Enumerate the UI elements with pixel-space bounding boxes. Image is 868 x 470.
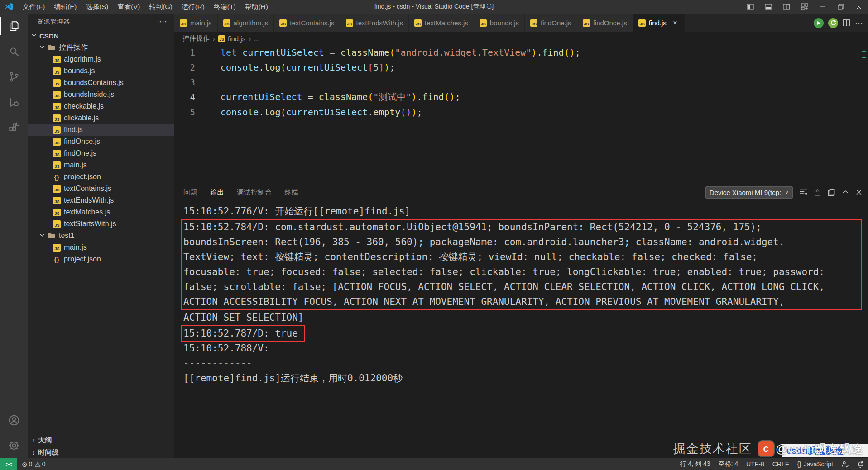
menu-文件[interactable]: 文件(F) [18,0,49,14]
device-selector-dropdown[interactable]: Device Xiaomi MI 9(tcp:∨ [705,186,793,199]
breadcrumb-folder[interactable]: 控件操作 [182,34,210,43]
tree-item-project.json[interactable]: {}project.json [28,171,174,183]
status-encoding[interactable]: UTF-8 [742,458,768,470]
menu-运行[interactable]: 运行(R) [177,0,209,14]
editor-tab-main.js[interactable]: JSmain.js [174,14,218,32]
source-control-icon[interactable] [0,64,28,90]
toggle-panel-icon[interactable] [759,0,777,14]
menu-帮助[interactable]: 帮助(H) [240,0,273,14]
explorer-icon[interactable] [0,14,28,39]
tree-item-label: bounds.js [64,67,95,75]
folder-icon [48,43,56,52]
indent-guide [48,183,48,195]
tree-item-project.json[interactable]: {}project.json [28,253,174,265]
settings-gear-icon[interactable] [0,433,28,458]
editor-tab-find.js[interactable]: JSfind.js× [633,14,685,32]
tree-item-控件操作[interactable]: 控件操作 [28,42,174,53]
editor-tab-textMatches.js[interactable]: JStextMatches.js [409,14,474,32]
tree-item-find.js[interactable]: JSfind.js [28,124,174,136]
close-window-button[interactable] [850,0,868,14]
panel-tab-调试控制台[interactable]: 调试控制台 [237,185,272,199]
close-tab-icon[interactable]: × [671,19,679,27]
clear-output-icon[interactable] [799,188,807,196]
editor-tab-textContains.js[interactable]: JStextContains.js [274,14,340,32]
restore-button[interactable] [832,0,850,14]
remote-indicator[interactable]: >< [0,458,17,470]
editor-tab-textEndsWith.js[interactable]: JStextEndsWith.js [340,14,409,32]
split-editor-icon[interactable] [843,19,850,27]
tree-item-label: test1 [59,232,75,240]
problems-status[interactable]: ⊗0 ⚠0 [17,458,50,470]
editor-tab-findOnce.js[interactable]: JSfindOnce.js [577,14,633,32]
indent-guide [48,218,48,230]
panel-tab-问题[interactable]: 问题 [183,185,197,199]
menu-编辑[interactable]: 编辑(E) [49,0,81,14]
close-panel-icon[interactable] [855,189,863,196]
editor-tab-findOne.js[interactable]: JSfindOne.js [525,14,577,32]
section-时间线[interactable]: ›时间线 [28,446,174,458]
code-editor[interactable]: 1let currentUiSelect = className("androi… [174,45,868,183]
status-eol[interactable]: CRLF [768,458,793,470]
minimize-button[interactable] [814,0,832,14]
toggle-sidebar-icon[interactable] [741,0,759,14]
title-bar: 文件(F)编辑(E)选择(S)查看(V)转到(G)运行(R)终端(T)帮助(H)… [0,0,868,14]
tree-item-main.js[interactable]: JSmain.js [28,242,174,253]
tree-item-textContains.js[interactable]: JStextContains.js [28,183,174,195]
breadcrumb: 控件操作 › JSfind.js › ... [174,32,868,45]
output-line: 15:10:52.787/D: true [183,326,298,341]
unlock-icon[interactable] [814,189,821,196]
tree-item-textStartsWith.js[interactable]: JStextStartsWith.js [28,218,174,230]
panel-tab-终端[interactable]: 终端 [285,185,299,199]
tree-item-main.js[interactable]: JSmain.js [28,159,174,171]
tree-item-algorithm.js[interactable]: JSalgorithm.js [28,53,174,65]
braces-icon: {} [797,461,801,468]
run-script-icon[interactable] [814,18,824,28]
status-label: 空格: 4 [718,460,738,468]
output-console[interactable]: 15:10:52.776/V: 开始运行[[remote]find.js]15:… [174,201,868,458]
tree-item-boundsContains.js[interactable]: JSboundsContains.js [28,77,174,89]
js-file-icon: JS [53,138,61,146]
tree-item-boundsInside.js[interactable]: JSboundsInside.js [28,89,174,100]
rerun-script-icon[interactable] [828,18,838,28]
tree-item-CSDN[interactable]: CSDN [28,30,174,42]
editor-tab-bounds.js[interactable]: JSbounds.js [474,14,525,32]
status-cursor-position[interactable]: 行 4, 列 43 [676,458,715,470]
tree-item-test1[interactable]: test1 [28,230,174,242]
status-indentation[interactable]: 空格: 4 [714,458,742,470]
sidebar-sections: ›大纲›时间线 [28,434,174,458]
extensions-icon[interactable] [0,115,28,140]
editor-tab-algorithm.js[interactable]: JSalgorithm.js [218,14,274,32]
menu-转到[interactable]: 转到(G) [144,0,177,14]
notifications-bell-icon[interactable] [853,458,868,470]
tree-item-textEndsWith.js[interactable]: JStextEndsWith.js [28,195,174,206]
chevron-down-icon [39,232,46,239]
explorer-more-actions-icon[interactable]: ⋯ [159,17,168,27]
feedback-icon[interactable] [837,458,853,470]
indent-guide [48,253,48,265]
section-大纲[interactable]: ›大纲 [28,434,174,446]
menu-选择[interactable]: 选择(S) [81,0,113,14]
menu-查看[interactable]: 查看(V) [113,0,144,14]
tree-item-checkable.js[interactable]: JScheckable.js [28,100,174,112]
run-debug-icon[interactable] [0,90,28,115]
tree-item-findOne.js[interactable]: JSfindOne.js [28,147,174,159]
section-label: 大纲 [38,436,52,445]
maximize-panel-icon[interactable] [842,189,849,196]
js-file-icon: JS [279,19,287,27]
tree-item-bounds.js[interactable]: JSbounds.js [28,65,174,77]
status-language-mode[interactable]: {}JavaScript [793,458,837,470]
breadcrumb-more[interactable]: ... [254,35,260,43]
breadcrumb-file[interactable]: JSfind.js [218,35,245,43]
editor-more-actions-icon[interactable]: ⋯ [855,18,863,28]
panel-tab-输出[interactable]: 输出 [210,185,224,199]
account-icon[interactable] [0,408,28,433]
tree-item-clickable.js[interactable]: JSclickable.js [28,112,174,124]
tree-item-textMatches.js[interactable]: JStextMatches.js [28,206,174,218]
open-output-in-editor-icon[interactable] [828,189,835,196]
search-icon[interactable] [0,39,28,64]
code-line-2: 2console.log(currentUiSelect[5]); [174,60,868,75]
toggle-secondary-sidebar-icon[interactable] [777,0,796,14]
customize-layout-icon[interactable] [796,0,814,14]
menu-终端[interactable]: 终端(T) [209,0,240,14]
tree-item-findOnce.js[interactable]: JSfindOnce.js [28,136,174,147]
